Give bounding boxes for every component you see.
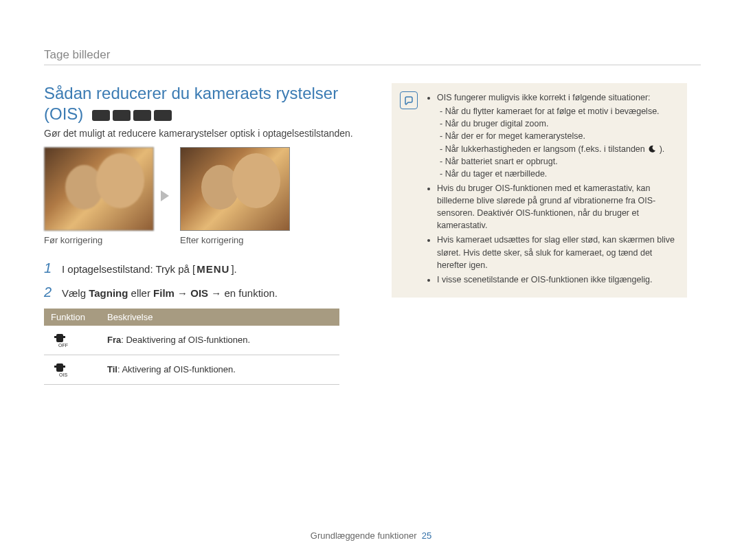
step2-prefix: Vælg	[62, 287, 89, 299]
page: Tage billeder Sådan reducerer du kamerae…	[0, 0, 742, 560]
after-box: Efter korrigering	[180, 147, 289, 245]
step-number-2: 2	[44, 284, 62, 300]
step2-bold2: Film	[153, 287, 175, 299]
photo-before	[44, 147, 154, 231]
step2-mid2: →	[175, 287, 190, 299]
step2-mid1: eller	[128, 287, 153, 299]
footer-page-number: 25	[422, 530, 431, 541]
dash-item: Når du flytter kameraet for at følge et …	[440, 105, 675, 117]
dash-item: Når lukkerhastigheden er langsom (f.eks.…	[440, 143, 675, 155]
step2-bold1: Tagning	[89, 287, 128, 299]
notice-item-2: Hvis du bruger OIS-funktionen med et kam…	[437, 182, 675, 232]
ois-off-icon: OFF	[51, 333, 69, 348]
label-til: Til	[107, 364, 117, 374]
page-footer: Grundlæggende funktioner 25	[0, 530, 742, 541]
table-row: OFF Fra: Deaktivering af OIS-funktionen.	[44, 326, 339, 355]
step2-bold3: OIS	[190, 287, 208, 299]
label-fra: Fra	[107, 335, 121, 345]
photo-after	[180, 147, 290, 231]
dash4-suffix: ).	[657, 144, 664, 154]
intro-text: Gør det muligt at reducere kamerarystels…	[44, 127, 360, 140]
svg-rect-4	[56, 363, 63, 372]
notice-1-text: OIS fungerer muligvis ikke korrekt i føl…	[437, 93, 651, 102]
svg-rect-5	[54, 366, 56, 368]
cell-icon-off: OFF	[44, 326, 100, 355]
svg-text:OFF: OFF	[58, 343, 68, 348]
step2-suffix: → en funktion.	[208, 287, 278, 299]
notice-item-3: Hvis kameraet udsættes for slag eller st…	[437, 234, 675, 271]
dash-item: Når batteriet snart er opbrugt.	[440, 155, 675, 168]
svg-text:OIS: OIS	[59, 372, 67, 377]
ois-on-icon: OIS	[51, 362, 69, 377]
left-column: Sådan reducerer du kameraets rystelser (…	[44, 83, 360, 385]
cell-desc-off: Fra: Deaktivering af OIS-funktionen.	[100, 326, 339, 355]
step-2-text: Vælg Tagning eller Film → OIS → en funkt…	[62, 286, 278, 300]
mode-scene-icon	[113, 110, 131, 121]
menu-key-label: MENU	[195, 262, 231, 276]
cell-icon-on: OIS	[44, 355, 100, 384]
notice-item-1: OIS fungerer muligvis ikke korrekt i føl…	[437, 91, 675, 180]
notice-sublist: Når du flytter kameraet for at følge et …	[437, 105, 675, 180]
mode-camera-icon	[92, 110, 110, 121]
steps-list: 1 I optagelsestilstand: Tryk på [MENU]. …	[44, 260, 360, 300]
notice-item-4: I visse scenetilstande er OIS-funktionen…	[437, 273, 675, 286]
mode-dual-is-icon	[133, 110, 151, 121]
dash4-prefix: Når lukkerhastigheden er langsom (f.eks.…	[445, 144, 648, 154]
caption-after: Efter korrigering	[180, 235, 289, 245]
step-1-text: I optagelsestilstand: Tryk på [MENU].	[62, 262, 237, 276]
function-table: Funktion Beskrivelse OFF Fra: Deaktiveri…	[44, 309, 339, 385]
note-icon	[400, 91, 418, 109]
dash-item: Når der er for meget kamerarystelse.	[440, 130, 675, 142]
desc-fra: : Deaktivering af OIS-funktionen.	[121, 335, 250, 345]
notice-list: OIS fungerer muligvis ikke korrekt i føl…	[426, 91, 675, 286]
table-row: OIS Til: Aktivering af OIS-funktionen.	[44, 355, 339, 384]
th-funktion: Funktion	[44, 309, 100, 326]
before-box: Før korrigering	[44, 147, 153, 245]
night-mode-icon	[647, 144, 657, 154]
mode-icon-strip	[92, 110, 172, 121]
step1-prefix: I optagelsestilstand: Tryk på [	[62, 263, 195, 275]
step-2: 2 Vælg Tagning eller Film → OIS → en fun…	[44, 284, 360, 300]
desc-til: : Aktivering af OIS-funktionen.	[117, 364, 236, 374]
notice-box: OIS fungerer muligvis ikke korrekt i føl…	[392, 83, 687, 298]
footer-section: Grundlæggende funktioner	[311, 530, 417, 541]
columns: Sådan reducerer du kameraets rystelser (…	[44, 83, 701, 385]
cell-desc-on: Til: Aktivering af OIS-funktionen.	[100, 355, 339, 384]
divider	[44, 65, 701, 65]
right-column: OIS fungerer muligvis ikke korrekt i føl…	[392, 83, 687, 385]
dash-item: Når du bruger digital zoom.	[440, 117, 675, 130]
mode-movie-icon	[154, 110, 172, 121]
svg-rect-2	[63, 336, 65, 338]
svg-rect-0	[56, 334, 63, 342]
step1-suffix: ].	[231, 263, 236, 275]
step-number-1: 1	[44, 260, 62, 276]
svg-rect-1	[54, 336, 56, 338]
before-after-row: Før korrigering Efter korrigering	[44, 147, 360, 245]
arrow-right-icon	[159, 188, 173, 204]
breadcrumb: Tage billeder	[44, 48, 701, 62]
dash-item: Når du tager et nærbillede.	[440, 168, 675, 180]
page-title: Sådan reducerer du kameraets rystelser (…	[44, 83, 360, 124]
th-beskrivelse: Beskrivelse	[100, 309, 339, 326]
svg-rect-6	[63, 366, 65, 368]
caption-before: Før korrigering	[44, 235, 153, 245]
title-line-1: Sådan reducerer du kameraets rystelser	[44, 84, 338, 102]
title-line-2: (OIS)	[44, 104, 83, 123]
step-1: 1 I optagelsestilstand: Tryk på [MENU].	[44, 260, 360, 276]
